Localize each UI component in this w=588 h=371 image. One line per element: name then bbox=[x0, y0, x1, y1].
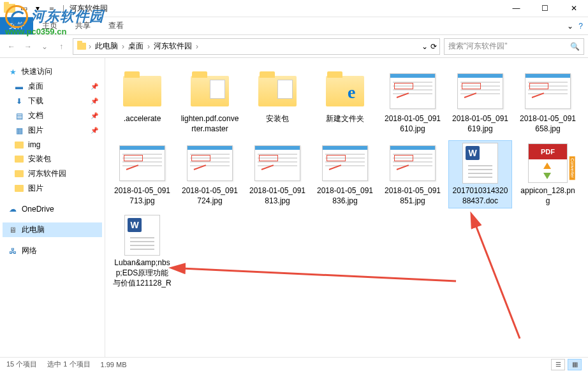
file-item[interactable]: 201701031432088437.doc bbox=[448, 140, 512, 208]
file-label: lighten.pdf.converter.master bbox=[180, 114, 239, 134]
status-bar: 15 个项目 选中 1 个项目 1.99 MB ☰ ▦ bbox=[0, 357, 588, 371]
content-area[interactable]: .acceleratelighten.pdf.converter.master安… bbox=[105, 58, 588, 357]
sidebar-item-install[interactable]: 安装包 bbox=[3, 152, 102, 166]
shot-thumb bbox=[387, 71, 438, 112]
sidebar-label: OneDrive bbox=[22, 205, 54, 214]
file-label: .accelerate bbox=[124, 114, 161, 124]
ribbon: 文件 主页 共享 查看 ⌄ ? bbox=[0, 17, 588, 35]
file-item[interactable]: lighten.pdf.converter.master bbox=[178, 68, 242, 136]
folder-icon bbox=[14, 140, 24, 150]
breadcrumb-desktop[interactable]: 桌面 bbox=[126, 40, 146, 53]
chevron-right-icon[interactable]: › bbox=[87, 42, 92, 51]
status-size: 1.99 MB bbox=[101, 361, 127, 368]
address-bar[interactable]: › 此电脑 › 桌面 › 河东软件园 › ⌄ ⟳ bbox=[73, 38, 440, 55]
qat-properties-icon[interactable]: ▭ bbox=[18, 3, 29, 14]
sidebar-item-label: 河东软件园 bbox=[28, 168, 66, 179]
ribbon-share-tab[interactable]: 共享 bbox=[66, 17, 99, 35]
sidebar-label: 快速访问 bbox=[22, 66, 52, 77]
sidebar-network[interactable]: 🖧 网络 bbox=[3, 244, 102, 258]
qat-dropdown-icon[interactable]: ▾ bbox=[32, 3, 43, 14]
docx-thumb bbox=[455, 143, 506, 184]
folder-icon bbox=[14, 154, 24, 164]
shot-thumb bbox=[387, 143, 438, 184]
search-placeholder: 搜索"河东软件园" bbox=[448, 41, 570, 52]
ribbon-home-tab[interactable]: 主页 bbox=[33, 17, 66, 35]
pin-icon: 📌 bbox=[91, 127, 98, 134]
qat-new-icon[interactable]: ＝ bbox=[46, 3, 57, 14]
desktop-icon: ▬ bbox=[14, 82, 24, 92]
file-label: 2018-01-05_091619.jpg bbox=[451, 114, 510, 134]
file-item[interactable]: 2018-01-05_091658.jpg bbox=[516, 68, 580, 136]
nav-recent-dropdown[interactable]: ⌄ bbox=[37, 39, 52, 54]
sidebar-label: 此电脑 bbox=[22, 224, 45, 235]
shot-thumb bbox=[252, 143, 303, 184]
sidebar-item-label: 文档 bbox=[28, 110, 43, 121]
sidebar: ★ 快速访问 ▬ 桌面 📌 ⬇ 下载 📌 ▤ 文档 📌 ▦ 图片 📌 img bbox=[0, 58, 105, 357]
status-count: 15 个项目 bbox=[6, 360, 37, 369]
sidebar-onedrive[interactable]: ☁ OneDrive bbox=[3, 202, 102, 216]
minimize-button[interactable]: — bbox=[502, 0, 531, 17]
file-item[interactable]: 2018-01-05_091836.jpg bbox=[313, 140, 377, 208]
file-item[interactable]: 2018-01-05_091610.jpg bbox=[381, 68, 445, 136]
network-icon: 🖧 bbox=[8, 246, 18, 256]
status-selected: 选中 1 个项目 bbox=[47, 360, 90, 369]
title-bar: ▭ ▾ ＝ | 河东软件园 — ☐ ✕ bbox=[0, 0, 588, 17]
file-item[interactable]: 2018-01-05_091619.jpg bbox=[448, 68, 512, 136]
sidebar-item-img[interactable]: img bbox=[3, 138, 102, 152]
refresh-icon[interactable]: ⟳ bbox=[430, 42, 437, 51]
ribbon-expand-icon[interactable]: ⌄ bbox=[567, 22, 573, 31]
sidebar-item-pictures[interactable]: ▦ 图片 📌 bbox=[3, 123, 102, 138]
sidebar-item-desktop[interactable]: ▬ 桌面 📌 bbox=[3, 79, 102, 94]
file-item[interactable]: .accelerate bbox=[110, 68, 174, 136]
sidebar-item-downloads[interactable]: ⬇ 下载 📌 bbox=[3, 94, 102, 108]
folder-doc-thumb bbox=[184, 71, 235, 112]
sidebar-item-hedong[interactable]: 河东软件园 bbox=[3, 166, 102, 181]
file-item[interactable]: 2018-01-05_091851.jpg bbox=[381, 140, 445, 208]
sidebar-thispc[interactable]: 🖥 此电脑 bbox=[3, 222, 102, 237]
close-button[interactable]: ✕ bbox=[559, 0, 588, 17]
file-item[interactable]: PDFConverterappicon_128.png bbox=[516, 140, 580, 208]
sidebar-item-documents[interactable]: ▤ 文档 📌 bbox=[3, 108, 102, 123]
address-dropdown-icon[interactable]: ⌄ bbox=[422, 42, 428, 51]
file-label: appicon_128.png bbox=[518, 186, 577, 206]
sidebar-quick-access[interactable]: ★ 快速访问 bbox=[3, 64, 102, 79]
help-icon[interactable]: ? bbox=[578, 22, 583, 31]
file-item[interactable]: 新建文件夹 bbox=[313, 68, 377, 136]
sidebar-item-label: 图片 bbox=[28, 125, 43, 136]
ribbon-view-tab[interactable]: 查看 bbox=[99, 17, 133, 35]
file-label: 2018-01-05_091813.jpg bbox=[248, 186, 307, 206]
file-item[interactable]: 2018-01-05_091713.jpg bbox=[110, 140, 174, 208]
file-label: 2018-01-05_091713.jpg bbox=[113, 186, 172, 206]
chevron-right-icon[interactable]: › bbox=[195, 42, 200, 51]
file-item[interactable]: 2018-01-05_091724.jpg bbox=[178, 140, 242, 208]
file-item[interactable]: 安装包 bbox=[246, 68, 309, 136]
file-label: 2018-01-05_091836.jpg bbox=[316, 186, 374, 206]
file-label: 201701031432088437.doc bbox=[451, 186, 510, 206]
shot-thumb bbox=[455, 71, 506, 112]
search-input[interactable]: 搜索"河东软件园" 🔍 bbox=[444, 38, 584, 55]
view-details-button[interactable]: ☰ bbox=[551, 359, 565, 370]
chevron-right-icon[interactable]: › bbox=[146, 42, 151, 51]
view-icons-button[interactable]: ▦ bbox=[568, 359, 582, 370]
nav-back-button[interactable]: ← bbox=[4, 39, 19, 54]
nav-up-button[interactable]: ↑ bbox=[54, 39, 69, 54]
breadcrumb-thispc[interactable]: 此电脑 bbox=[92, 40, 121, 53]
file-label: 2018-01-05_091851.jpg bbox=[383, 186, 442, 206]
sidebar-item-pictures2[interactable]: 图片 bbox=[3, 181, 102, 196]
maximize-button[interactable]: ☐ bbox=[531, 0, 559, 17]
ribbon-file-tab[interactable]: 文件 bbox=[0, 17, 33, 34]
folder-icon bbox=[14, 169, 24, 179]
pc-icon: 🖥 bbox=[8, 225, 18, 235]
navigation-row: ← → ⌄ ↑ › 此电脑 › 桌面 › 河东软件园 › ⌄ ⟳ 搜索"河东软件… bbox=[0, 35, 588, 58]
window-title: 河东软件园 bbox=[70, 3, 108, 14]
nav-forward-button[interactable]: → bbox=[20, 39, 36, 54]
file-item[interactable]: Luban&amp;nbsp;EDS原理功能与价值121128_Rotat... bbox=[110, 212, 174, 291]
document-icon: ▤ bbox=[14, 111, 24, 121]
breadcrumb-current[interactable]: 河东软件园 bbox=[151, 40, 195, 53]
star-icon: ★ bbox=[8, 67, 18, 77]
sidebar-item-label: img bbox=[28, 140, 40, 149]
folder-doc-thumb bbox=[252, 71, 303, 112]
file-item[interactable]: 2018-01-05_091813.jpg bbox=[246, 140, 309, 208]
folder-icon bbox=[14, 184, 24, 194]
chevron-right-icon[interactable]: › bbox=[121, 42, 126, 51]
